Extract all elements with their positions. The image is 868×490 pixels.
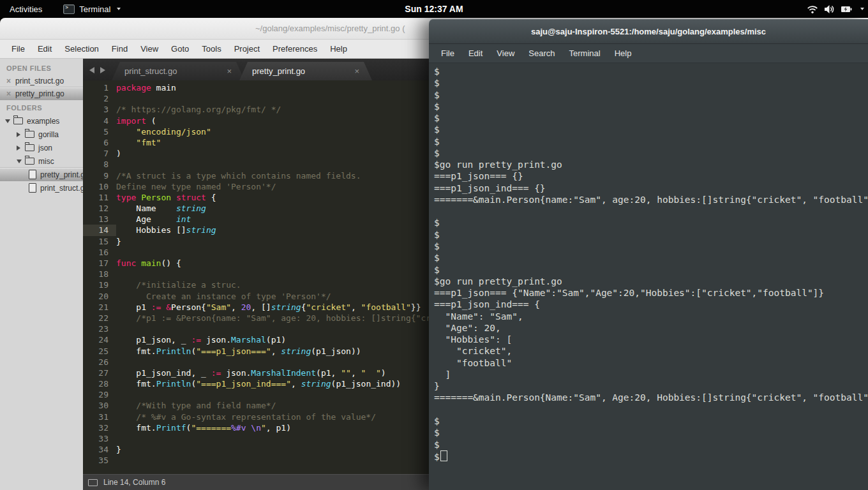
menu-item-project[interactable]: Project <box>228 44 266 54</box>
chevron-right-icon[interactable] <box>17 132 20 137</box>
sublime-window-title: ~/golang/examples/misc/pretty_print.go ( <box>255 24 405 33</box>
terminal-line: $ <box>434 101 868 112</box>
close-file-icon[interactable]: × <box>6 91 11 97</box>
app-menu-terminal[interactable]: Terminal <box>63 4 121 14</box>
open-file-item-print-struct-go[interactable]: ×print_struct.go <box>0 75 83 87</box>
vintage-mode-icon[interactable] <box>88 479 98 486</box>
line-number: 35 <box>83 455 116 466</box>
tree-folder-examples[interactable]: examples <box>0 114 83 128</box>
tab-close-icon[interactable]: × <box>336 66 359 76</box>
open-file-label: print_struct.go <box>15 77 64 85</box>
menu-item-selection[interactable]: Selection <box>58 44 105 54</box>
terminal-line: ===p1_json=== {"Name":"Sam","Age":20,"Ho… <box>434 287 868 299</box>
next-tab-icon[interactable] <box>100 67 105 73</box>
open-files-list: ×print_struct.go×pretty_print.go <box>0 75 83 100</box>
prev-tab-icon[interactable] <box>89 67 94 73</box>
terminal-line: $ <box>434 77 868 89</box>
line-number: 30 <box>83 400 116 411</box>
folders-header: FOLDERS <box>0 100 83 114</box>
line-number: 20 <box>83 291 116 302</box>
terminal-line: $ <box>434 264 868 276</box>
terminal-line: $ <box>434 241 868 252</box>
tree-file-pretty-print-go[interactable]: pretty_print.go <box>0 168 83 181</box>
open-file-item-pretty-print-go[interactable]: ×pretty_print.go <box>0 87 83 100</box>
line-number: 29 <box>83 389 116 400</box>
terminal-menu-item-view[interactable]: View <box>490 48 521 58</box>
open-file-label: pretty_print.go <box>15 89 64 98</box>
line-number: 5 <box>83 126 116 137</box>
tabs: print_struct.go×pretty_print.go× <box>112 62 367 80</box>
tree-file-print-struct-go[interactable]: print_struct.go <box>0 181 83 195</box>
terminal-line: =======&main.Person{Name:"Sam", Age:20, … <box>434 392 868 403</box>
terminal-menu-item-search[interactable]: Search <box>521 48 562 58</box>
terminal-line: $go run pretty_print.go <box>434 276 868 287</box>
wifi-icon <box>807 4 818 14</box>
line-number: 1 <box>83 82 116 93</box>
line-number: 12 <box>83 203 116 214</box>
folder-icon <box>25 158 34 165</box>
line-number: 3 <box>83 104 116 115</box>
tree-item-label: misc <box>38 157 54 166</box>
menu-item-find[interactable]: Find <box>105 44 134 54</box>
terminal-line: $ <box>434 450 868 462</box>
gnome-top-bar: Activities Terminal Sun 12:37 AM <box>0 0 868 18</box>
line-number: 11 <box>83 192 116 203</box>
tree-item-label: print_struct.go <box>40 184 83 193</box>
activities-button[interactable]: Activities <box>6 3 45 15</box>
tree-folder-gorilla[interactable]: gorilla <box>0 128 83 141</box>
chevron-right-icon[interactable] <box>17 145 20 151</box>
terminal-menu-item-terminal[interactable]: Terminal <box>562 48 608 58</box>
terminal-menu-item-help[interactable]: Help <box>608 48 639 58</box>
terminal-menu-item-file[interactable]: File <box>434 48 461 58</box>
menu-item-file[interactable]: File <box>5 44 31 54</box>
folder-icon <box>25 131 34 138</box>
menu-item-goto[interactable]: Goto <box>165 44 195 54</box>
tree-item-label: pretty_print.go <box>40 170 83 179</box>
chevron-down-icon[interactable] <box>17 160 22 163</box>
terminal-title-bar[interactable]: saju@saju-Inspiron-5521:/home/saju/golan… <box>429 19 868 44</box>
terminal-menu-item-edit[interactable]: Edit <box>461 48 490 58</box>
app-menu-label: Terminal <box>79 4 110 14</box>
tab-close-icon[interactable]: × <box>209 66 232 76</box>
terminal-line: =======&main.Person{name:"Sam", age:20, … <box>434 194 868 205</box>
menu-item-help[interactable]: Help <box>324 44 354 54</box>
code-text: Create an instance of type 'Person'*/ <box>116 291 331 302</box>
code-text: import ( <box>116 115 156 126</box>
line-number: 8 <box>83 159 116 170</box>
line-number: 14 <box>83 225 116 235</box>
line-number: 28 <box>83 378 116 389</box>
terminal-line <box>434 404 868 415</box>
code-text: Age int <box>116 214 191 225</box>
close-file-icon[interactable]: × <box>6 78 11 84</box>
tree-folder-misc[interactable]: misc <box>0 154 83 168</box>
terminal-menu-bar: FileEditViewSearchTerminalHelp <box>429 44 868 63</box>
clock[interactable]: Sun 12:37 AM <box>0 4 868 14</box>
code-text: p1 := &Person{"Sam", 20, []string{"crick… <box>116 302 421 313</box>
menu-item-view[interactable]: View <box>134 44 165 54</box>
terminal-line: "Hobbies": [ <box>434 334 868 345</box>
line-number: 13 <box>83 214 116 225</box>
line-number: 34 <box>83 444 116 455</box>
line-number: 10 <box>83 181 116 192</box>
code-text: /*A struct is a type which contains name… <box>116 170 361 181</box>
menu-item-tools[interactable]: Tools <box>195 44 227 54</box>
terminal-screen[interactable]: $$$$$$$$$go run pretty_print.go===p1_jso… <box>429 63 868 490</box>
menu-item-preferences[interactable]: Preferences <box>266 44 324 54</box>
open-files-header: OPEN FILES <box>0 61 83 75</box>
code-text: ) <box>116 148 121 159</box>
terminal-line <box>434 205 868 217</box>
file-icon <box>29 183 36 193</box>
terminal-line: $ <box>434 124 868 135</box>
chevron-down-icon[interactable] <box>5 119 10 123</box>
tab-print-struct-go[interactable]: print_struct.go× <box>112 62 244 80</box>
system-tray[interactable] <box>807 0 864 18</box>
menu-item-edit[interactable]: Edit <box>31 44 58 54</box>
terminal-line: "cricket", <box>434 345 868 357</box>
tab-pretty-print-go[interactable]: pretty_print.go× <box>239 62 372 80</box>
tree-folder-json[interactable]: json <box>0 141 83 154</box>
code-text: p1_json, _ := json.Marshal(p1) <box>116 334 286 345</box>
terminal-app-icon <box>63 4 75 14</box>
code-text: type Person struct { <box>116 192 216 203</box>
terminal-line: "football" <box>434 357 868 369</box>
line-number: 15 <box>83 236 116 247</box>
